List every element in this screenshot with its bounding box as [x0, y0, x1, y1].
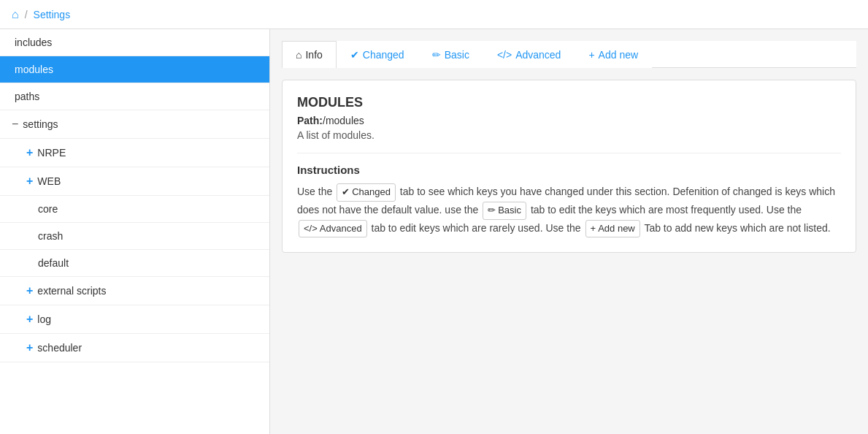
home-icon[interactable]: ⌂	[12, 8, 19, 21]
instructions-body: Use the ✔ Changed tab to see which keys …	[297, 183, 841, 237]
tab-bar: ⌂ Info ✔ Changed ✏ Basic </> Advanced + …	[282, 41, 856, 68]
basic-badge-icon: ✏	[488, 203, 496, 218]
instructions-heading: Instructions	[297, 153, 841, 176]
plus-icon-scheduler: +	[26, 341, 33, 354]
sidebar-item-external-scripts[interactable]: + external scripts	[0, 277, 269, 305]
tab-basic[interactable]: ✏ Basic	[418, 41, 483, 68]
card-title: MODULES	[297, 95, 841, 110]
tab-changed[interactable]: ✔ Changed	[337, 41, 418, 68]
sidebar-item-web[interactable]: + WEB	[0, 167, 269, 196]
card-description: A list of modules.	[297, 129, 841, 141]
minus-icon: −	[12, 118, 18, 131]
content-area: ⌂ Info ✔ Changed ✏ Basic </> Advanced + …	[270, 29, 868, 434]
tab-advanced[interactable]: </> Advanced	[483, 41, 575, 68]
path-value: /modules	[323, 115, 364, 126]
card-path: Path:/modules	[297, 115, 841, 126]
addnew-badge-label: Add new	[598, 221, 635, 237]
sidebar-item-default[interactable]: default	[0, 250, 269, 277]
breadcrumb-settings[interactable]: Settings	[34, 9, 71, 20]
sidebar-item-nrpe[interactable]: + NRPE	[0, 139, 269, 167]
pencil-icon: ✏	[432, 49, 441, 61]
basic-badge-label: Basic	[498, 203, 521, 218]
sidebar-group-settings[interactable]: − settings	[0, 110, 269, 139]
breadcrumb-separator: /	[25, 9, 28, 20]
sidebar-item-log[interactable]: + log	[0, 305, 269, 334]
sidebar-item-scheduler[interactable]: + scheduler	[0, 334, 269, 362]
changed-badge-check: ✔	[342, 185, 350, 200]
instr-text-5: Tab to add new keys which are not listed…	[644, 222, 830, 234]
plus-icon-nrpe: +	[26, 146, 33, 159]
plus-icon-log: +	[26, 313, 33, 326]
plus-tab-icon: +	[588, 49, 594, 61]
advanced-badge-icon: </>	[304, 221, 318, 237]
sidebar: includes modules paths − settings + NRPE…	[0, 29, 270, 434]
addnew-badge-icon: +	[591, 221, 596, 237]
instr-text-3: tab to edit the keys which are most freq…	[531, 204, 802, 216]
path-label: Path:	[297, 115, 323, 126]
sidebar-item-includes[interactable]: includes	[0, 29, 269, 56]
addnew-badge: + Add new	[585, 220, 640, 238]
instr-text-4: tab to edit keys which are rarely used. …	[372, 222, 581, 234]
changed-badge-label: Changed	[352, 185, 391, 200]
tab-add-new[interactable]: + Add new	[575, 41, 652, 68]
plus-icon-external-scripts: +	[26, 284, 33, 297]
code-icon: </>	[497, 49, 512, 61]
sidebar-item-core[interactable]: core	[0, 196, 269, 223]
main-layout: includes modules paths − settings + NRPE…	[0, 29, 868, 434]
sidebar-item-modules[interactable]: modules	[0, 56, 269, 83]
basic-badge: ✏ Basic	[483, 202, 526, 220]
advanced-badge: </> Advanced	[299, 220, 367, 238]
info-card: MODULES Path:/modules A list of modules.…	[282, 80, 856, 253]
advanced-badge-label: Advanced	[320, 221, 362, 237]
instr-text-1: Use the	[297, 186, 332, 197]
plus-icon-web: +	[26, 175, 33, 188]
changed-badge: ✔ Changed	[337, 183, 396, 202]
sidebar-item-crash[interactable]: crash	[0, 223, 269, 250]
sidebar-item-paths[interactable]: paths	[0, 83, 269, 110]
topbar: ⌂ / Settings	[0, 0, 868, 29]
tab-info[interactable]: ⌂ Info	[282, 41, 337, 68]
check-icon: ✔	[350, 49, 359, 61]
home-tab-icon: ⌂	[296, 49, 302, 61]
